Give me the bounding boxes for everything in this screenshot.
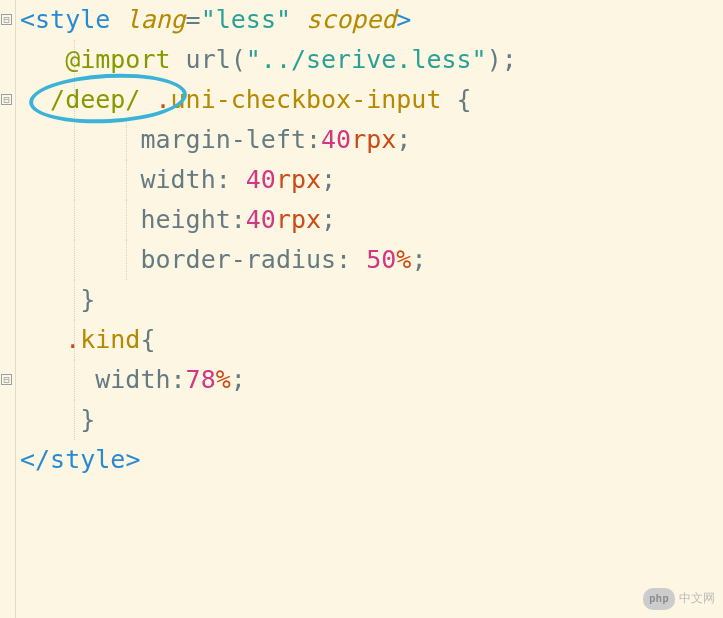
indent bbox=[20, 165, 140, 194]
css-unit: % bbox=[216, 365, 231, 394]
indent bbox=[20, 125, 140, 154]
css-property: width bbox=[140, 165, 215, 194]
paren: ) bbox=[487, 45, 502, 74]
css-number: 50 bbox=[366, 245, 396, 274]
gutter: ⊟ ⊟ ⊟ bbox=[0, 0, 16, 618]
indent bbox=[20, 245, 140, 274]
css-number: 40 bbox=[321, 125, 351, 154]
code-line: width:78%; bbox=[20, 360, 723, 400]
tag-bracket: > bbox=[125, 445, 140, 474]
code-line: height:40rpx; bbox=[20, 200, 723, 240]
tag-bracket: </ bbox=[20, 445, 50, 474]
paren: ( bbox=[231, 45, 246, 74]
import-keyword: import bbox=[80, 45, 170, 74]
semicolon: ; bbox=[396, 125, 411, 154]
attr-value: "less" bbox=[201, 5, 291, 34]
colon: : bbox=[171, 365, 186, 394]
brace: } bbox=[80, 405, 95, 434]
code-line: border-radius: 50%; bbox=[20, 240, 723, 280]
code-line: </style> bbox=[20, 440, 723, 480]
tag-bracket: < bbox=[20, 5, 35, 34]
indent bbox=[20, 205, 140, 234]
class-selector: uni-checkbox-input bbox=[171, 85, 442, 114]
css-unit: % bbox=[396, 245, 411, 274]
css-property: border-radius bbox=[140, 245, 336, 274]
colon: : bbox=[231, 205, 246, 234]
css-property: margin-left bbox=[140, 125, 306, 154]
deep-selector: /deep/ bbox=[50, 85, 140, 114]
watermark-badge: php bbox=[643, 588, 675, 610]
css-number: 40 bbox=[246, 165, 276, 194]
colon: : bbox=[336, 245, 366, 274]
code-line: .kind{ bbox=[20, 320, 723, 360]
semicolon: ; bbox=[321, 165, 336, 194]
class-selector: kind bbox=[80, 325, 140, 354]
equals: = bbox=[186, 5, 201, 34]
code-line: <style lang="less" scoped> bbox=[20, 0, 723, 40]
at-rule: @ bbox=[65, 45, 80, 74]
fold-marker-icon[interactable]: ⊟ bbox=[1, 374, 12, 385]
tag-bracket: > bbox=[396, 5, 411, 34]
attr-name: lang bbox=[125, 5, 185, 34]
indent bbox=[20, 45, 65, 74]
code-line: } bbox=[20, 400, 723, 440]
fold-marker-icon[interactable]: ⊟ bbox=[1, 94, 12, 105]
css-property: height bbox=[140, 205, 230, 234]
tag-name: style bbox=[35, 5, 110, 34]
brace: { bbox=[140, 325, 155, 354]
css-number: 78 bbox=[186, 365, 216, 394]
semicolon: ; bbox=[231, 365, 246, 394]
css-number: 40 bbox=[246, 205, 276, 234]
fold-marker-icon[interactable]: ⊟ bbox=[1, 14, 12, 25]
code-line: } bbox=[20, 280, 723, 320]
code-editor: <style lang="less" scoped> @import url("… bbox=[0, 0, 723, 480]
indent bbox=[20, 365, 95, 394]
attr-name: scoped bbox=[306, 5, 396, 34]
indent bbox=[20, 325, 65, 354]
indent bbox=[20, 85, 50, 114]
css-unit: rpx bbox=[351, 125, 396, 154]
code-line: @import url("../serive.less"); bbox=[20, 40, 723, 80]
class-dot: . bbox=[155, 85, 170, 114]
url-function: url bbox=[186, 45, 231, 74]
watermark: php 中文网 bbox=[643, 588, 715, 610]
css-unit: rpx bbox=[276, 165, 321, 194]
code-line: width: 40rpx; bbox=[20, 160, 723, 200]
class-dot: . bbox=[65, 325, 80, 354]
css-property: width bbox=[95, 365, 170, 394]
tag-name: style bbox=[50, 445, 125, 474]
semicolon: ; bbox=[502, 45, 517, 74]
indent bbox=[20, 405, 80, 434]
semicolon: ; bbox=[321, 205, 336, 234]
indent bbox=[20, 285, 80, 314]
url-value: "../serive.less" bbox=[246, 45, 487, 74]
css-unit: rpx bbox=[276, 205, 321, 234]
brace: } bbox=[80, 285, 95, 314]
colon: : bbox=[216, 165, 246, 194]
colon: : bbox=[306, 125, 321, 154]
brace: { bbox=[457, 85, 472, 114]
code-line: /deep/ .uni-checkbox-input { bbox=[20, 80, 723, 120]
semicolon: ; bbox=[411, 245, 426, 274]
code-line: margin-left:40rpx; bbox=[20, 120, 723, 160]
watermark-text: 中文网 bbox=[679, 589, 715, 608]
